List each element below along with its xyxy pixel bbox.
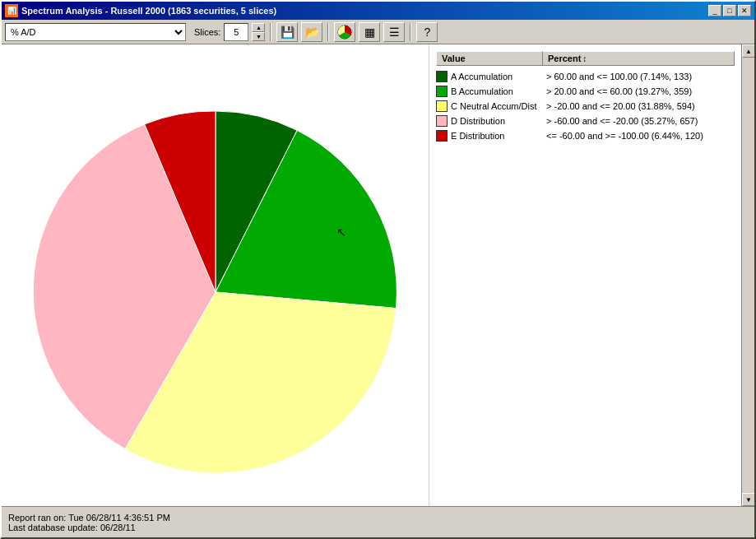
scroll-track[interactable] xyxy=(742,58,754,493)
scroll-down-button[interactable]: ▼ xyxy=(742,493,754,506)
list-button[interactable]: ☰ xyxy=(383,22,405,42)
slices-up-button[interactable]: ▲ xyxy=(252,23,265,32)
chart-area: ↖ xyxy=(2,44,429,506)
legend-item-1-name: B Accumulation xyxy=(436,86,543,97)
separator-3 xyxy=(410,23,411,41)
legend-area: Value Percent ↕ A Accumulation xyxy=(429,44,741,506)
app-icon: 📊 xyxy=(5,4,18,17)
status-line2: Last database update: 06/28/11 xyxy=(8,523,748,532)
legend-item-0-name: A Accumulation xyxy=(436,71,543,82)
legend-item-2-value: > -20.00 and <= 20.00 (31.88%, 594) xyxy=(543,101,735,111)
legend-col-percent: Percent ↕ xyxy=(543,51,735,66)
slices-input[interactable] xyxy=(224,23,248,41)
legend-item-0: A Accumulation > 60.00 and <= 100.00 (7.… xyxy=(436,69,735,84)
legend-item-4: E Distribution <= -60.00 and >= -100.00 … xyxy=(436,128,735,143)
legend-color-4 xyxy=(436,130,448,142)
toolbar: % A/D Slices: ▲ ▼ 💾 📂 ▦ ☰ ? xyxy=(2,20,754,44)
grid-button[interactable]: ▦ xyxy=(359,22,380,42)
legend-item-3-name: D Distribution xyxy=(436,115,543,127)
chart-button[interactable] xyxy=(334,22,355,42)
main-content: ↖ Value Percent ↕ xyxy=(2,44,741,506)
slices-label: Slices: xyxy=(194,27,220,37)
legend-item-4-value: <= -60.00 and >= -100.00 (6.44%, 120) xyxy=(543,131,735,141)
legend-color-2 xyxy=(436,100,448,112)
separator-2 xyxy=(327,23,329,41)
title-bar-buttons: _ □ ✕ xyxy=(708,5,751,16)
separator-1 xyxy=(270,23,271,41)
title-bar: 📊 Spectrum Analysis - Russell 2000 (1863… xyxy=(2,2,754,20)
maximize-button[interactable]: □ xyxy=(723,5,736,16)
status-bar: Report ran on: Tue 06/28/11 4:36:51 PM L… xyxy=(2,506,754,537)
legend-item-1: B Accumulation > 20.00 and <= 60.00 (19.… xyxy=(436,84,735,99)
main-window: 📊 Spectrum Analysis - Russell 2000 (1863… xyxy=(0,0,756,539)
legend-color-3 xyxy=(436,115,448,127)
legend-header: Value Percent ↕ xyxy=(436,51,735,66)
legend-item-0-value: > 60.00 and <= 100.00 (7.14%, 133) xyxy=(543,72,735,81)
status-line1: Report ran on: Tue 06/28/11 4:36:51 PM xyxy=(8,513,748,523)
legend-item-2: C Neutral Accum/Dist > -20.00 and <= 20.… xyxy=(436,99,735,114)
legend-color-0 xyxy=(436,71,448,82)
save-button[interactable]: 💾 xyxy=(276,22,298,42)
legend-item-3: D Distribution > -60.00 and <= -20.00 (3… xyxy=(436,114,735,128)
slices-spinner: ▲ ▼ xyxy=(252,23,265,41)
legend-item-2-name: C Neutral Accum/Dist xyxy=(436,100,543,112)
legend-item-3-value: > -60.00 and <= -20.00 (35.27%, 657) xyxy=(543,116,735,126)
legend-rows: A Accumulation > 60.00 and <= 100.00 (7.… xyxy=(436,69,735,143)
title-bar-left: 📊 Spectrum Analysis - Russell 2000 (1863… xyxy=(5,4,276,17)
help-button[interactable]: ? xyxy=(416,22,438,42)
slices-down-button[interactable]: ▼ xyxy=(252,32,265,41)
symbol-select[interactable]: % A/D xyxy=(5,23,186,41)
scroll-up-button[interactable]: ▲ xyxy=(742,44,754,58)
close-button[interactable]: ✕ xyxy=(738,5,751,16)
pie-chart xyxy=(14,58,417,494)
legend-item-4-name: E Distribution xyxy=(436,130,543,142)
cursor: ↖ xyxy=(336,225,346,239)
minimize-button[interactable]: _ xyxy=(708,5,721,16)
open-button[interactable]: 📂 xyxy=(301,22,322,42)
legend-col-value: Value xyxy=(436,51,543,66)
window-title: Spectrum Analysis - Russell 2000 (1863 s… xyxy=(21,6,276,16)
legend-item-1-value: > 20.00 and <= 60.00 (19.27%, 359) xyxy=(543,86,735,96)
scrollbar-right: ▲ ▼ xyxy=(741,44,754,506)
legend-color-1 xyxy=(436,86,448,97)
